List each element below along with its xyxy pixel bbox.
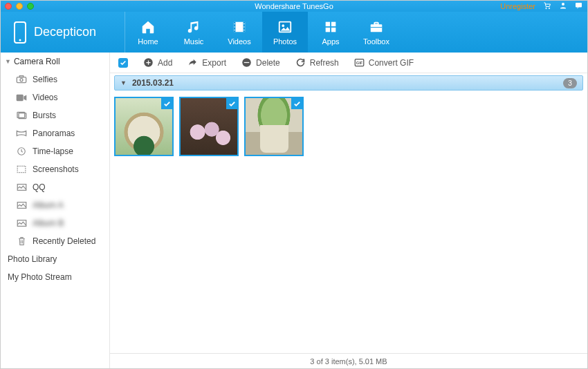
- apps-icon: [323, 19, 338, 35]
- svg-rect-31: [17, 166, 26, 172]
- svg-rect-19: [326, 27, 330, 31]
- photo-thumbnail[interactable]: [179, 97, 239, 156]
- refresh-button[interactable]: Refresh: [295, 57, 339, 68]
- nav-videos[interactable]: Videos: [217, 12, 262, 53]
- svg-point-11: [234, 29, 235, 30]
- sidebar-root-camera-roll[interactable]: ▼ Camera Roll: [1, 53, 109, 70]
- main-panel: Add Export Delete Refresh GIFConvert GIF…: [110, 53, 587, 368]
- image-icon: [16, 182, 27, 192]
- sidebar-item-selfies[interactable]: Selfies: [1, 70, 109, 88]
- delete-button[interactable]: Delete: [241, 57, 280, 68]
- burst-icon: [16, 111, 27, 120]
- svg-point-16: [282, 24, 284, 27]
- video-icon: [16, 93, 27, 102]
- toolbox-icon: [368, 19, 385, 35]
- svg-rect-17: [326, 21, 330, 26]
- photo-thumbnail[interactable]: [244, 97, 304, 156]
- sidebar-item-timelapse[interactable]: Time-lapse: [1, 142, 109, 160]
- camera-icon: [16, 75, 27, 84]
- convert-gif-button[interactable]: GIFConvert GIF: [354, 58, 414, 68]
- selected-check-icon[interactable]: [291, 98, 302, 109]
- svg-rect-20: [331, 27, 336, 31]
- date-label: 2015.03.21: [132, 78, 174, 88]
- panorama-icon: [16, 129, 27, 138]
- add-button[interactable]: Add: [143, 57, 172, 68]
- svg-rect-26: [19, 76, 23, 77]
- svg-point-5: [19, 39, 21, 41]
- sidebar-item-qq[interactable]: QQ: [1, 178, 109, 196]
- sidebar: ▼ Camera Roll Selfies Videos Bursts Pano…: [1, 53, 110, 368]
- svg-text:GIF: GIF: [356, 61, 363, 65]
- svg-point-12: [244, 23, 244, 23]
- sidebar-item-screenshots[interactable]: Screenshots: [1, 160, 109, 178]
- photo-thumbnail[interactable]: [114, 97, 174, 156]
- image-icon: [16, 218, 27, 228]
- selected-check-icon[interactable]: [161, 98, 172, 109]
- music-icon: [186, 19, 201, 35]
- svg-rect-23: [371, 27, 383, 28]
- sidebar-item-recently-deleted[interactable]: Recently Deleted: [1, 232, 109, 250]
- sidebar-item-album[interactable]: Album A: [1, 196, 109, 214]
- date-group-header[interactable]: ▼ 2015.03.21 3: [114, 75, 583, 91]
- svg-point-10: [234, 26, 235, 27]
- disclosure-triangle-icon: ▼: [120, 79, 127, 86]
- photos-icon: [277, 19, 293, 35]
- svg-rect-37: [244, 62, 250, 63]
- nav-home[interactable]: Home: [125, 12, 171, 53]
- nav-toolbox[interactable]: Toolbox: [353, 12, 399, 53]
- thumbnail-grid: [110, 91, 587, 162]
- svg-point-14: [244, 29, 244, 30]
- svg-point-25: [20, 79, 23, 82]
- svg-point-13: [244, 26, 244, 27]
- sidebar-item-photo-library[interactable]: Photo Library: [1, 250, 109, 268]
- svg-rect-22: [374, 22, 378, 24]
- sidebar-item-my-photo-stream[interactable]: My Photo Stream: [1, 268, 109, 286]
- main-header: Decepticon Home Music Videos Photos Apps: [1, 12, 587, 53]
- nav-tabs: Home Music Videos Photos Apps Toolbox: [125, 12, 399, 53]
- phone-icon: [13, 21, 27, 44]
- minus-circle-icon: [241, 57, 252, 68]
- plus-circle-icon: [143, 57, 154, 68]
- refresh-icon: [295, 57, 306, 68]
- device-selector[interactable]: Decepticon: [1, 12, 125, 53]
- image-icon: [16, 200, 27, 210]
- nav-apps[interactable]: Apps: [308, 12, 353, 53]
- nav-photos[interactable]: Photos: [262, 12, 308, 53]
- trash-icon: [16, 236, 27, 246]
- sidebar-item-album[interactable]: Album B: [1, 214, 109, 232]
- selected-check-icon[interactable]: [226, 98, 237, 109]
- gif-icon: GIF: [354, 58, 365, 67]
- export-icon: [187, 58, 198, 68]
- sidebar-item-panoramas[interactable]: Panoramas: [1, 124, 109, 142]
- titlebar: Wondershare TunesGo Unregister: [1, 1, 587, 12]
- svg-rect-21: [371, 24, 383, 32]
- status-bar: 3 of 3 item(s), 5.01 MB: [110, 353, 587, 368]
- svg-point-9: [234, 23, 235, 23]
- sidebar-item-videos[interactable]: Videos: [1, 88, 109, 106]
- sidebar-item-bursts[interactable]: Bursts: [1, 106, 109, 124]
- export-button[interactable]: Export: [187, 58, 226, 68]
- svg-rect-24: [17, 77, 26, 83]
- toolbar: Add Export Delete Refresh GIFConvert GIF: [110, 53, 587, 73]
- videos-icon: [231, 19, 248, 35]
- clock-icon: [16, 146, 27, 156]
- screenshot-icon: [16, 164, 27, 174]
- select-all-checkbox[interactable]: [118, 58, 128, 68]
- app-title: Wondershare TunesGo: [1, 2, 587, 10]
- device-name: Decepticon: [34, 25, 96, 39]
- body: ▼ Camera Roll Selfies Videos Bursts Pano…: [1, 53, 587, 368]
- status-text: 3 of 3 item(s), 5.01 MB: [310, 357, 387, 366]
- svg-rect-27: [17, 94, 24, 100]
- app-window: Wondershare TunesGo Unregister Deceptico…: [0, 0, 588, 369]
- disclosure-triangle-icon: ▼: [5, 58, 11, 65]
- date-count-badge: 3: [563, 78, 577, 88]
- nav-music[interactable]: Music: [171, 12, 217, 53]
- home-icon: [140, 19, 156, 35]
- svg-rect-18: [331, 21, 336, 26]
